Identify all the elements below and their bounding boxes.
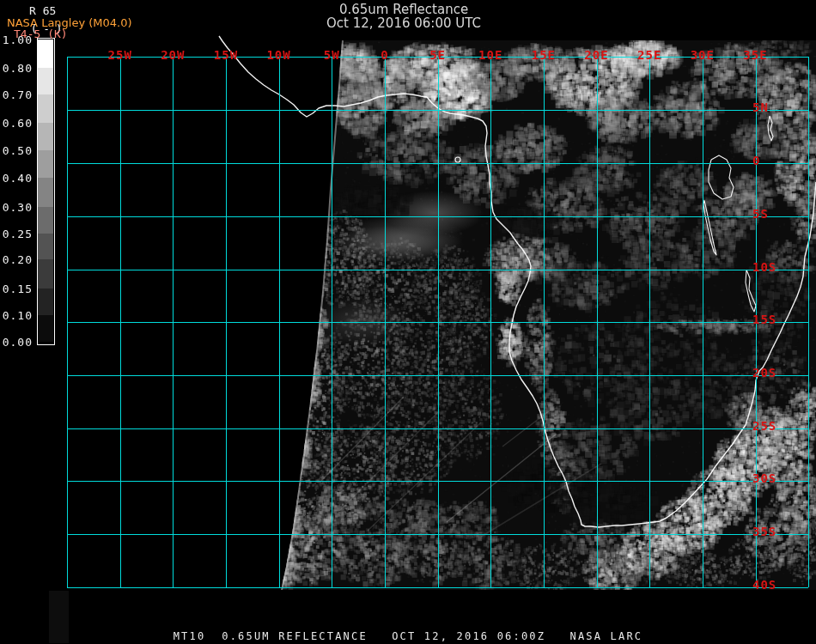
longitude-label: 15W — [214, 48, 238, 62]
colorbar-segment — [38, 150, 53, 178]
colorbar-tick-label: 0.70 — [2, 88, 33, 101]
colorbar-segment — [38, 289, 53, 315]
longitude-label: 25W — [108, 48, 132, 62]
status-bar: MT10 0.65UM REFLECTANCE OCT 12, 2016 06:… — [0, 630, 816, 642]
page-title: 0.65um Reflectance — [0, 3, 807, 16]
longitude-label: 20W — [161, 48, 185, 62]
colorbar-tick-label: 0.00 — [2, 336, 33, 349]
longitude-label: 20E — [584, 48, 608, 62]
longitude-label: 5E — [429, 48, 446, 62]
reflectance-code-label: R 65 — [29, 4, 56, 17]
latitude-label: 40S — [752, 578, 776, 592]
colorbar-tick-label: 0.20 — [2, 253, 33, 266]
latitude-label: 35S — [752, 525, 776, 538]
longitude-label: 5W — [324, 48, 340, 62]
longitude-label: 25E — [637, 48, 661, 62]
colorbar-tick-label: 0.25 — [2, 228, 33, 240]
colorbar-segment — [38, 123, 53, 150]
grid-line-parallel — [67, 587, 808, 588]
longitude-label: 10W — [266, 48, 290, 62]
grid-line-meridian — [808, 57, 809, 587]
colorbar-tick-label: 0.50 — [2, 144, 33, 157]
colorbar-segment — [38, 259, 53, 289]
grid-line-parallel — [67, 322, 808, 323]
colorbar-tick-label: 0.80 — [2, 62, 33, 75]
latitude-label: 10S — [752, 260, 776, 274]
colorbar-segment — [38, 39, 53, 68]
grid-line-parallel — [67, 481, 808, 482]
colorbar-tick-label: 0.30 — [2, 201, 33, 214]
grid-line-parallel — [67, 534, 808, 535]
colorbar-segment — [38, 178, 53, 207]
colorbar-segment — [38, 94, 53, 123]
satellite-viewer-window: 25W20W15W10W5W05E10E15E20E25E30E35E5N05S… — [0, 0, 816, 644]
longitude-label: 35E — [743, 48, 767, 62]
longitude-label: 15E — [532, 48, 556, 62]
colorbar-segment — [38, 315, 53, 342]
latitude-label: 0 — [752, 154, 760, 167]
grid-line-parallel — [67, 270, 808, 270]
latitude-label: 15S — [752, 313, 776, 326]
colorbar-tick-label: 0.60 — [2, 117, 33, 130]
colorbar-tick-label: 1.00 — [2, 33, 33, 46]
colorbar-tick-label: 0.40 — [2, 172, 33, 185]
latitude-label: 5N — [752, 100, 769, 114]
latitude-label: 30S — [752, 471, 776, 485]
colorbar-segment — [38, 68, 53, 94]
grid-line-parallel — [67, 110, 808, 111]
grid-line-parallel — [67, 428, 808, 429]
colorbar-tick-label: 0.15 — [2, 283, 33, 295]
latitude-label: 20S — [752, 366, 776, 380]
longitude-label: 30E — [691, 48, 715, 62]
colorbar-segment — [38, 234, 53, 259]
longitude-label: 10E — [478, 48, 502, 62]
latitude-label: 5S — [752, 207, 769, 221]
latitude-label: 25S — [752, 419, 776, 433]
grid-line-parallel — [67, 216, 808, 217]
longitude-label: 0 — [381, 48, 388, 62]
grid-line-parallel — [67, 375, 808, 376]
grid-line-parallel — [67, 163, 808, 164]
colorbar-segment — [38, 207, 53, 234]
colorbar-tick-label: 0.10 — [2, 309, 33, 322]
